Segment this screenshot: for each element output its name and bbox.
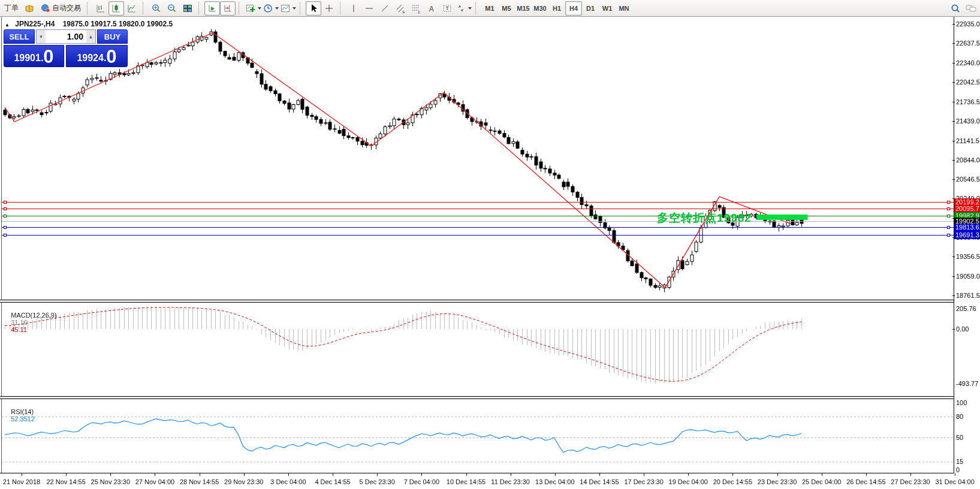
timeframe-button-h4[interactable]: H4 (565, 1, 582, 16)
buy-button[interactable]: BUY (97, 29, 128, 44)
volume-decrease-button[interactable]: ▼ (37, 30, 46, 43)
indicators-button[interactable] (245, 1, 262, 16)
price-tick-label: 22637.5 (956, 40, 980, 47)
toolbar-separator (239, 2, 242, 14)
panel-splitter-macd[interactable] (0, 300, 980, 303)
timeframe-button-m15[interactable]: M15 (515, 1, 532, 16)
vertical-line-icon (348, 3, 359, 14)
rsi-canvas[interactable] (2, 399, 954, 473)
auto-scroll-button[interactable] (204, 1, 220, 16)
toolbar-separator (87, 2, 90, 14)
periods-button[interactable] (262, 1, 279, 16)
horizontal-level-line[interactable] (2, 209, 954, 209)
level-line-handle[interactable] (947, 201, 950, 204)
chat-button[interactable] (963, 1, 979, 16)
sell-button[interactable]: SELL (4, 29, 35, 44)
cursor-button[interactable] (306, 1, 321, 16)
time-axis-label: 22 Nov 14:55 (46, 478, 85, 485)
rsi-scale-15: 15 (956, 458, 963, 465)
price-tick-label: 21439.0 (956, 117, 980, 125)
horizontal-level-line[interactable] (2, 221, 954, 222)
horizontal-level-line[interactable] (2, 216, 954, 216)
level-line-handle[interactable] (947, 226, 950, 229)
price-tick-label: 18761.5 (956, 292, 980, 299)
macd-name: MACD(12,26,9) (11, 312, 56, 319)
volume-input[interactable]: 1.00 (46, 30, 86, 43)
chart-shift-button[interactable] (220, 1, 236, 16)
timeframe-button-h1[interactable]: H1 (548, 1, 565, 16)
timeframe-button-w1[interactable]: W1 (599, 1, 616, 16)
chart-annotation-text[interactable]: 多空转折点19982 (657, 210, 752, 226)
time-axis-label: 20 Dec 14:55 (713, 478, 752, 485)
rsi-indicator-label: RSI(14) 52.3512 (4, 401, 35, 430)
time-tick-mark (777, 473, 778, 476)
arrows-tool-button[interactable] (455, 1, 472, 16)
rsi-scale-80: 80 (956, 413, 963, 420)
template-icon (280, 3, 291, 14)
search-button[interactable] (948, 1, 963, 16)
zoom-in-button[interactable] (149, 1, 164, 16)
order-button[interactable]: 丁单 (1, 1, 22, 16)
macd-scale-zero: 0.00 (956, 325, 969, 333)
horizontal-line-tool-button[interactable] (361, 1, 377, 16)
level-line-handle[interactable] (4, 207, 7, 210)
horizontal-level-line[interactable] (2, 202, 954, 203)
level-line-handle[interactable] (4, 215, 7, 218)
zoom-out-icon (167, 3, 177, 14)
channel-tool-button[interactable]: E (393, 1, 408, 16)
line-chart-button[interactable] (124, 1, 140, 16)
level-line-handle[interactable] (947, 207, 950, 210)
timeframe-button-m30[interactable]: M30 (532, 1, 548, 16)
time-axis-label: 7 Dec 04:00 (404, 478, 439, 485)
time-axis[interactable]: 21 Nov 201822 Nov 14:5525 Nov 23:3027 No… (0, 473, 980, 489)
level-line-handle[interactable] (4, 226, 7, 229)
level-line-handle[interactable] (947, 215, 950, 218)
zoom-out-button[interactable] (164, 1, 180, 16)
text-label-tool-button[interactable]: T (439, 1, 455, 16)
autotrading-label: 自动交易 (52, 3, 81, 13)
timeframe-button-mn[interactable]: MN (616, 1, 632, 16)
price-axis[interactable]: 205.76 0.00 -493.77 100 80 50 15 0 22935… (954, 17, 980, 473)
crosshair-button[interactable] (321, 1, 337, 16)
macd-canvas[interactable] (2, 303, 954, 396)
fibonacci-tool-button[interactable]: F (408, 1, 424, 16)
time-axis-label: 29 Nov 23:30 (224, 478, 263, 485)
one-click-trading-panel: SELL ▼ 1.00 ▲ BUY 19901.0 19924.0 (4, 29, 128, 67)
bar-chart-button[interactable] (93, 1, 108, 16)
level-line-handle[interactable] (4, 201, 7, 204)
trendline-tool-button[interactable] (377, 1, 393, 16)
autotrading-button[interactable]: 自动交易 (37, 1, 84, 16)
chat-icon (965, 3, 977, 14)
horizontal-level-line[interactable] (2, 235, 954, 236)
timeframe-button-d1[interactable]: D1 (582, 1, 599, 16)
chart-header: ▲ JPN225-,H4 19875.0 19917.5 19820.0 199… (5, 20, 173, 28)
price-level-label: 19813.6 (954, 224, 980, 231)
collapse-panel-icon[interactable]: ▲ (5, 22, 10, 28)
sell-price-box[interactable]: 19901.0 (4, 45, 64, 67)
green-highlight-bar[interactable] (756, 215, 807, 220)
time-tick-mark (200, 473, 200, 476)
time-tick-mark (66, 473, 67, 476)
candlestick-chart-button[interactable] (108, 1, 124, 16)
price-tick-label: 21736.5 (956, 98, 980, 105)
timeframe-button-m1[interactable]: M1 (481, 1, 498, 16)
text-tool-button[interactable]: A (424, 1, 439, 16)
buy-price-box[interactable]: 19924.0 (66, 45, 128, 67)
volume-increase-button[interactable]: ▲ (86, 30, 95, 43)
timeframe-button-m5[interactable]: M5 (498, 1, 515, 16)
time-axis-label: 23 Dec 23:30 (758, 478, 797, 485)
new-order-button[interactable] (22, 1, 37, 16)
level-line-handle[interactable] (4, 234, 7, 237)
vertical-line-tool-button[interactable] (346, 1, 361, 16)
templates-button[interactable] (279, 1, 297, 16)
sell-price-main: 19901 (14, 50, 41, 66)
tile-windows-button[interactable] (180, 1, 195, 16)
time-tick-mark (288, 473, 289, 476)
crosshair-icon (324, 3, 334, 14)
price-level-label: 19691.3 (954, 231, 980, 239)
macd-scale-min: -493.77 (956, 380, 978, 387)
horizontal-level-line[interactable] (2, 227, 954, 228)
level-line-handle[interactable] (947, 234, 950, 237)
candlestick-canvas[interactable] (2, 17, 954, 300)
panel-splitter-rsi[interactable] (0, 396, 980, 399)
